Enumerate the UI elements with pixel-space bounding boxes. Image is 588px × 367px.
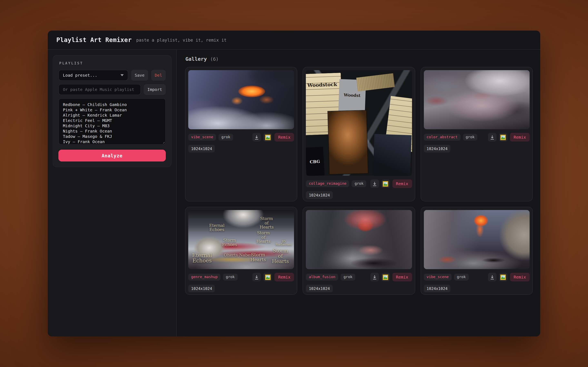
gallery-count: (6) — [210, 56, 219, 62]
artwork-genre-mashup: Eternal Echoes Storm of Hearts Storm Ech… — [188, 210, 294, 269]
model-tag: grok — [341, 274, 355, 281]
style-tag: genre_mashup — [188, 274, 221, 281]
playlist-panel: PLAYLIST Load preset... Save Del Import — [53, 55, 172, 167]
preset-select-value: Load preset... — [63, 73, 97, 77]
style-tag: album_fusion — [306, 274, 338, 281]
card-actions: Remix — [252, 273, 294, 282]
view-image-button[interactable] — [381, 180, 390, 188]
art-overlay-text: Storm Hearts — [250, 253, 266, 262]
size-tag: 1024x1024 — [424, 285, 450, 292]
download-button[interactable] — [488, 273, 497, 282]
download-button[interactable] — [488, 133, 497, 142]
download-icon — [372, 182, 377, 186]
size-tag: 1024x1024 — [188, 145, 215, 152]
collage-headline-text: Woodstock — [307, 81, 337, 88]
analyze-button[interactable]: Analyze — [58, 150, 166, 161]
picture-icon — [265, 275, 270, 280]
style-tag: collage_reimagine — [306, 180, 349, 187]
gallery-grid: vibe_scene grok Remix 1024x1024 — [185, 67, 533, 295]
art-overlay-text: Storm of Hearts — [256, 231, 270, 244]
download-icon — [254, 275, 259, 280]
download-icon — [490, 275, 494, 280]
remix-button[interactable]: Remix — [392, 273, 412, 282]
download-icon — [254, 135, 259, 140]
url-row: Import — [58, 84, 166, 95]
gallery-card-5: album_fusion grok Remix 1024x1024 — [303, 207, 415, 295]
app-subtitle: paste a playlist, vibe it, remix it — [136, 38, 227, 42]
artwork-color-abstract — [424, 70, 530, 129]
model-tag: grok — [352, 180, 366, 187]
club-flyer-text: CBG — [310, 159, 320, 164]
view-image-button[interactable] — [381, 273, 390, 282]
card-size-row: 1024x1024 — [424, 284, 530, 292]
card-meta-row: vibe_scene grok Remix — [188, 133, 294, 142]
size-tag: 1024x1024 — [188, 285, 215, 292]
chevron-down-icon — [121, 74, 124, 76]
concert-photo — [373, 134, 412, 176]
gallery-pane: Gallery (6) vibe_scene grok R — [177, 50, 540, 336]
import-button[interactable]: Import — [144, 84, 166, 95]
art-overlay-text: Eternal Echoes — [209, 224, 224, 232]
playlist-textarea[interactable]: Redbone — Childish Gambino Pink + White … — [58, 98, 166, 145]
main-content: PLAYLIST Load preset... Save Del Import — [48, 50, 540, 336]
remix-button[interactable]: Remix — [510, 133, 530, 142]
preset-select[interactable]: Load preset... — [58, 70, 128, 81]
view-image-button[interactable] — [499, 273, 508, 282]
app-window: Playlist Art Remixer paste a playlist, v… — [48, 31, 540, 336]
download-icon — [490, 135, 494, 140]
card-size-row: 1024x1024 — [424, 144, 530, 152]
gallery-card-4: Eternal Echoes Storm of Hearts Storm Ech… — [185, 207, 297, 295]
gallery-title: Gallery — [185, 56, 207, 62]
card-meta-row: color_abstract grok Remix — [424, 133, 530, 142]
artwork-collage-reimagine: Woodstock Woodst CBG — [306, 70, 412, 176]
card-meta-row: album_fusion grok Remix — [306, 273, 412, 282]
style-tag: vibe_scene — [424, 274, 451, 281]
download-button[interactable] — [370, 180, 379, 188]
picture-icon — [265, 134, 270, 140]
art-overlay-text: Storm Echoes — [222, 238, 237, 247]
card-size-row: 1024x1024 — [188, 144, 294, 152]
download-button[interactable] — [252, 133, 261, 142]
collage-headline-torn-text: Woodst — [344, 93, 361, 98]
sidebar: PLAYLIST Load preset... Save Del Import — [48, 50, 177, 336]
artwork-vibe-scene — [188, 70, 294, 129]
app-title: Playlist Art Remixer — [56, 36, 132, 44]
gallery-card-6: vibe_scene grok Remix 1024x1024 — [420, 207, 533, 295]
gallery-card-1: vibe_scene grok Remix 1024x1024 — [185, 67, 297, 202]
remix-button[interactable]: Remix — [392, 180, 412, 188]
card-size-row: 1024x1024 — [306, 284, 412, 292]
art-overlay-text: Oherts Nabes — [224, 253, 252, 257]
view-image-button[interactable] — [499, 133, 508, 142]
card-actions: Remix — [488, 273, 530, 282]
delete-preset-button[interactable]: Del — [151, 70, 166, 81]
app-header: Playlist Art Remixer paste a playlist, v… — [48, 31, 540, 50]
card-actions: Remix — [252, 133, 294, 142]
model-tag: grok — [218, 134, 233, 141]
artwork-vibe-scene-2 — [424, 210, 530, 269]
remix-button[interactable]: Remix — [274, 133, 294, 142]
view-image-button[interactable] — [263, 133, 272, 142]
art-overlay-text: Storm of Hearts — [259, 217, 274, 230]
download-icon — [372, 275, 377, 280]
card-meta-row: collage_reimagine grok Remix — [306, 180, 412, 188]
size-tag: 1024x1024 — [306, 192, 333, 199]
save-preset-button[interactable]: Save — [131, 70, 148, 81]
gallery-header: Gallery (6) — [185, 56, 533, 62]
gallery-card-2: Woodstock Woodst CBG — [303, 67, 415, 202]
picture-icon — [501, 275, 506, 280]
style-tag: vibe_scene — [188, 134, 216, 141]
remix-button[interactable]: Remix — [510, 273, 530, 282]
card-size-row: 1024x1024 — [188, 284, 294, 292]
remix-button[interactable]: Remix — [274, 273, 294, 282]
download-button[interactable] — [252, 273, 261, 282]
download-button[interactable] — [370, 273, 379, 282]
size-tag: 1024x1024 — [306, 285, 333, 292]
model-tag: grok — [454, 274, 468, 281]
card-actions: Remix — [488, 133, 530, 142]
picture-icon — [383, 181, 388, 187]
playlist-url-input[interactable] — [58, 84, 141, 95]
gallery-card-3: color_abstract grok Remix 1024x1024 — [420, 67, 533, 202]
artwork-album-fusion — [306, 210, 412, 269]
view-image-button[interactable] — [263, 273, 272, 282]
picture-icon — [383, 275, 388, 280]
